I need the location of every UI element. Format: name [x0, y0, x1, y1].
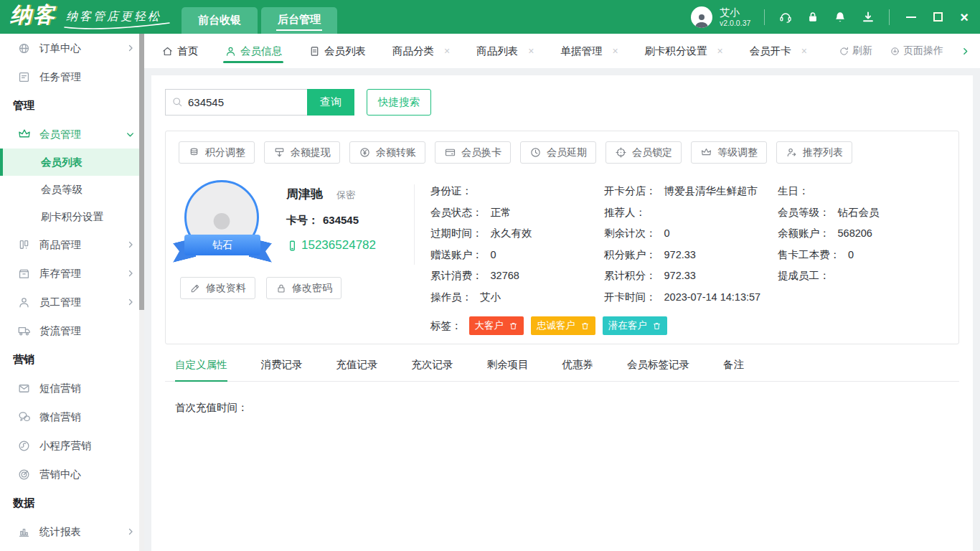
referral-list-button[interactable]: 推荐列表	[776, 141, 852, 164]
home-icon	[161, 45, 174, 57]
tab-member-tag-records[interactable]: 会员标签记录	[627, 358, 689, 381]
balance-transfer-button[interactable]: 余额转账	[349, 141, 425, 164]
goods-icon	[17, 237, 32, 252]
member-icon	[225, 45, 237, 57]
tab-close-icon[interactable]: ×	[612, 45, 618, 57]
detail-column-2: 开卡分店：博爱县清华生鲜超市 推荐人： 剩余计次：0 积分账户：972.33 累…	[604, 184, 778, 311]
field-total-points: 累计积分：972.33	[604, 269, 778, 281]
custom-attributes-content: 首次充值时间：	[151, 382, 973, 415]
tab-times-recharge-records[interactable]: 充次记录	[412, 358, 453, 381]
tab-remaining-items[interactable]: 剩余项目	[487, 358, 529, 381]
sidebar-item-miniapp-marketing[interactable]: 小程序营销	[0, 431, 144, 460]
bell-icon[interactable]	[833, 10, 847, 24]
sidebar-item-logistics-management[interactable]: 货流管理	[0, 316, 144, 345]
member-card-number-row: 卡号：634545	[286, 214, 376, 227]
lock-icon[interactable]	[806, 10, 819, 24]
member-tag: 大客户	[469, 316, 524, 335]
tag-delete-icon[interactable]	[580, 321, 590, 331]
expand-chevron-icon[interactable]	[961, 47, 970, 56]
tab-consumption-records[interactable]: 消费记录	[261, 358, 303, 381]
tag-delete-icon[interactable]	[652, 321, 661, 331]
sidebar-item-marketing-center[interactable]: 营销中心	[0, 460, 144, 489]
field-referrer: 推荐人：	[604, 206, 778, 217]
tab-recharge-records[interactable]: 充值记录	[336, 358, 378, 381]
page-tab-goods-category[interactable]: 商品分类 ×	[392, 34, 450, 68]
sidebar-item-order-center[interactable]: 订单中心	[0, 34, 144, 62]
sidebar-item-label: 统计报表	[39, 525, 81, 539]
window-minimize-button[interactable]	[906, 17, 916, 18]
target-icon	[17, 467, 32, 481]
sidebar-subitem-card-points-settings[interactable]: 刷卡积分设置	[0, 203, 144, 230]
detail-column-3: 生日： 会员等级：钻石会员 余额账户：568206 售卡工本费：0 提成员工：	[778, 184, 880, 311]
tab-remarks[interactable]: 备注	[723, 358, 744, 381]
sidebar-subitem-member-list[interactable]: 会员列表	[0, 149, 144, 176]
sidebar-item-statistics-reports[interactable]: 统计报表	[0, 517, 144, 546]
header-tab-back-management[interactable]: 后台管理	[261, 7, 337, 34]
page-operations-button[interactable]: 页面操作	[890, 44, 943, 57]
window-maximize-button[interactable]	[933, 12, 943, 22]
tab-custom-attributes[interactable]: 自定义属性	[175, 358, 227, 381]
sidebar-item-label: 订单中心	[39, 42, 81, 55]
window-close-button[interactable]: ×	[960, 12, 969, 22]
points-adjust-button[interactable]: 积分调整	[179, 141, 255, 164]
sidebar-scrollbar-thumb[interactable]	[139, 34, 144, 310]
chevron-right-icon	[126, 269, 135, 278]
brand-slogan-wrap: 纳客管店更轻松	[66, 9, 161, 24]
member-search-input[interactable]	[165, 89, 307, 116]
page-tab-home[interactable]: 首页	[161, 34, 198, 68]
quick-search-button[interactable]: 快捷搜索	[367, 89, 431, 116]
member-lock-button[interactable]: 会员锁定	[606, 141, 682, 164]
tabbar-right-controls: 刷新 页面操作	[839, 44, 970, 57]
refresh-icon	[839, 46, 849, 57]
page-tab-goods-list[interactable]: 商品列表 ×	[476, 34, 534, 68]
field-points-account: 积分账户：972.33	[604, 248, 778, 260]
sidebar-item-sms-marketing[interactable]: 短信营销	[0, 374, 144, 402]
tab-close-icon[interactable]: ×	[444, 45, 450, 57]
sidebar-subitem-member-level[interactable]: 会员等级	[0, 176, 144, 203]
slogan-swash-icon	[63, 22, 171, 30]
sidebar-item-goods-management[interactable]: 商品管理	[0, 230, 144, 259]
app-header: 纳客 纳客管店更轻松 前台收银 后台管理 艾小 v2.0.0.37	[0, 0, 980, 34]
tab-close-icon[interactable]: ×	[528, 45, 534, 57]
member-card-swap-button[interactable]: 会员换卡	[435, 141, 511, 164]
page-tab-member-info[interactable]: 会员信息	[225, 34, 282, 68]
user-avatar[interactable]	[691, 6, 712, 28]
customer-service-icon[interactable]	[778, 10, 793, 24]
tag-delete-icon[interactable]	[509, 321, 518, 331]
window-controls: ×	[906, 12, 969, 22]
query-button[interactable]: 查询	[307, 89, 354, 116]
sidebar-item-staff-management[interactable]: 员工管理	[0, 288, 144, 316]
level-adjust-button[interactable]: 等级调整	[691, 141, 767, 164]
page-tab-member-list[interactable]: 会员列表	[308, 34, 366, 68]
download-icon[interactable]	[861, 10, 875, 24]
member-avatar[interactable]: 钻石	[184, 180, 260, 255]
field-member-level: 会员等级：钻石会员	[778, 206, 880, 217]
page-tab-member-open-card[interactable]: 会员开卡 ×	[750, 34, 807, 68]
field-open-store: 开卡分店：博爱县清华生鲜超市	[604, 184, 778, 196]
chevron-right-icon	[126, 298, 135, 306]
member-extend-button[interactable]: 会员延期	[520, 141, 596, 164]
sidebar-item-label: 刷卡积分设置	[41, 210, 103, 224]
sidebar-item-label: 货流管理	[39, 324, 81, 338]
tab-coupons[interactable]: 优惠券	[562, 358, 594, 381]
header-tab-front-cashier[interactable]: 前台收银	[182, 7, 258, 34]
sidebar-item-task-management[interactable]: 任务管理	[0, 62, 144, 91]
balance-withdraw-button[interactable]: 余额提现	[264, 141, 340, 164]
sidebar-item-wechat-marketing[interactable]: 微信营销	[0, 402, 144, 431]
member-detail-card: 积分调整 余额提现 余额转账 会员换卡 会员延期	[165, 131, 959, 344]
refresh-button[interactable]: 刷新	[839, 44, 872, 57]
sidebar-scrollbar[interactable]	[139, 34, 144, 551]
change-password-button[interactable]: 修改密码	[266, 277, 341, 299]
page-tab-order-management[interactable]: 单据管理 ×	[560, 34, 618, 68]
page-tab-card-points-settings[interactable]: 刷卡积分设置 ×	[645, 34, 723, 68]
header-divider	[889, 9, 890, 25]
edit-profile-button[interactable]: 修改资料	[180, 277, 255, 299]
tab-close-icon[interactable]: ×	[801, 45, 807, 57]
tab-close-icon[interactable]: ×	[717, 45, 723, 57]
sidebar-item-stock-management[interactable]: 库存管理	[0, 259, 144, 288]
truck-icon	[17, 324, 32, 338]
main-panel: 查询 快捷搜索 积分调整 余额提现 余额转账 会员换卡	[151, 75, 973, 551]
chevron-right-icon	[126, 527, 135, 536]
page-tabbar: 首页 会员信息 会员列表 商品分类 × 商品列表 × 单据管理 × 刷卡积分设置…	[144, 34, 980, 68]
sidebar-item-member-management[interactable]: 会员管理	[0, 120, 144, 149]
